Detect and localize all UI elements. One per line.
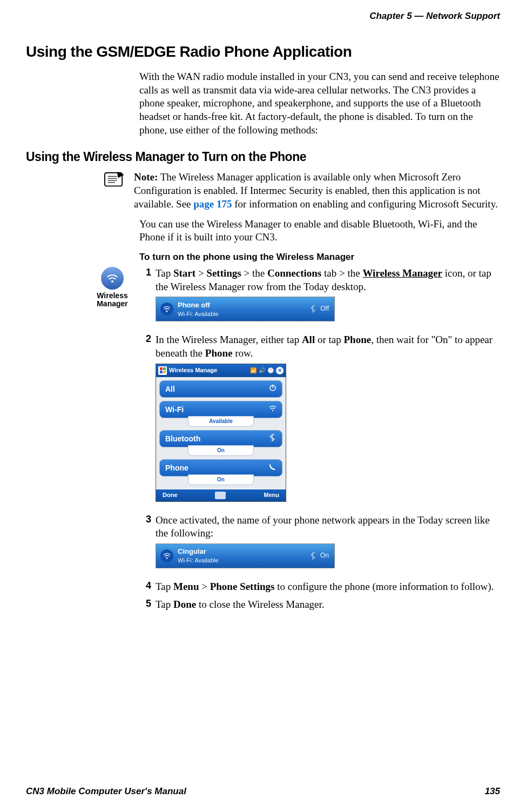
softkey-menu[interactable]: Menu [264, 491, 279, 499]
wm-phone-status: On [188, 474, 254, 485]
wifi-icon [269, 405, 277, 414]
wm-row-wifi[interactable]: Wi-Fi Available [159, 401, 282, 427]
h2-title: Using the Wireless Manager to Turn on th… [26, 150, 500, 164]
bluetooth-icon [309, 552, 317, 560]
step-3: 3 Once activated, the name of your phone… [139, 514, 500, 576]
phone-icon [269, 463, 277, 473]
today-bar-subtitle: Wi-Fi: Available [178, 310, 309, 318]
today-bar-subtitle: Wi-Fi: Available [178, 556, 309, 564]
intro-paragraph: With the WAN radio module installed in y… [139, 70, 500, 137]
today-bar-status: Off [320, 305, 329, 313]
keyboard-icon[interactable] [215, 492, 226, 499]
step-4: 4 Tap Menu > Phone Settings to configure… [139, 580, 500, 594]
wm-bt-status: On [188, 445, 254, 456]
power-icon [269, 384, 277, 394]
today-bar-phone-off: Phone off Wi-Fi: Available Off [156, 297, 335, 321]
page-link-175[interactable]: page 175 [193, 198, 232, 210]
antenna-icon [160, 303, 173, 316]
step-2: 2 In the Wireless Manager, either tap Al… [139, 333, 500, 509]
procedure-title: To turn on the phone using the Wireless … [139, 252, 500, 263]
wm-title: Wireless Manage [169, 366, 248, 374]
bluetooth-icon [309, 305, 317, 313]
page-header: Chapter 5 — Network Support [26, 11, 500, 22]
h1-title: Using the GSM/EDGE Radio Phone Applicati… [26, 43, 500, 61]
wm-row-bluetooth[interactable]: Bluetooth On [159, 430, 282, 456]
wireless-manager-screenshot: Wireless Manage 📶🔊🕐 ✕ All [156, 364, 286, 502]
wm-row-phone[interactable]: Phone On [159, 459, 282, 485]
close-icon[interactable]: ✕ [276, 367, 284, 374]
wm-wifi-status: Available [188, 416, 254, 427]
bluetooth-icon [269, 434, 277, 444]
note-lead: Note: [134, 171, 158, 183]
footer-left: CN3 Mobile Computer User's Manual [26, 786, 186, 797]
wm-title-status-icons: 📶🔊🕐 ✕ [250, 367, 284, 374]
note-icon [102, 171, 127, 192]
note-paragraph: Note: The Wireless Manager application i… [134, 171, 500, 211]
step-1: 1 Tap Start > Settings > the Connections… [139, 267, 500, 329]
today-bar-title: Phone off [178, 301, 309, 310]
today-bar-status: On [320, 552, 329, 560]
antenna-icon [160, 549, 173, 562]
wireless-manager-icon-label: Wireless Manager [91, 292, 134, 308]
wm-row-all[interactable]: All [159, 380, 282, 398]
today-bar-title: Cingular [178, 547, 309, 556]
svg-point-5 [166, 311, 168, 312]
svg-point-9 [166, 558, 168, 559]
footer-page-number: 135 [485, 786, 500, 797]
today-bar-cingular: Cingular Wi-Fi: Available On [156, 543, 335, 568]
windows-flag-icon [158, 366, 167, 375]
svg-point-8 [272, 410, 273, 411]
note-paragraph-2: You can use the Wireless Manager to enab… [139, 218, 500, 244]
svg-point-4 [111, 280, 113, 283]
softkey-done[interactable]: Done [163, 491, 178, 499]
step-5: 5 Tap Done to close the Wireless Manager… [139, 598, 500, 612]
wireless-manager-icon: Wireless Manager [91, 267, 134, 308]
